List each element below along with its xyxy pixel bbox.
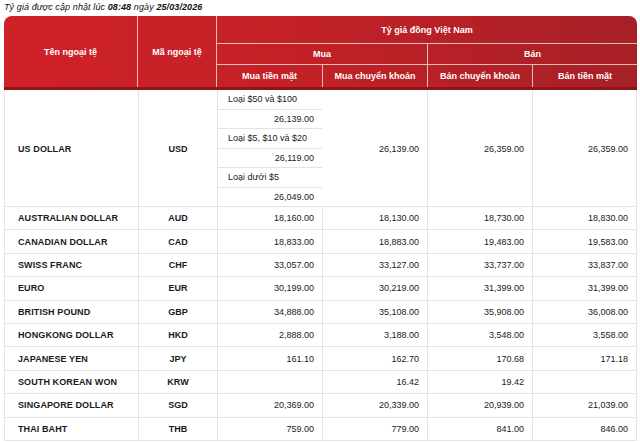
table-row: SOUTH KOREAN WON KRW 16.42 19.42 [5, 371, 636, 394]
currency-code: SGD [138, 394, 217, 416]
sell-cash-value: 36,008.00 [532, 301, 636, 323]
currency-name: JAPANESE YEN [5, 347, 138, 369]
currency-name: SINGAPORE DOLLAR [5, 394, 138, 416]
header-vnd-title: Tỷ giá đồng Việt Nam [217, 16, 637, 44]
header-sell: Bán [427, 44, 637, 64]
header-subcolumns-band: Mua tiền mặt Mua chuyển khoản Bán chuyển… [217, 65, 637, 88]
sell-cash-value: 21,039.00 [532, 394, 636, 416]
currency-name: SWISS FRANC [5, 254, 138, 276]
table-row: THAI BAHT THB 759.00 779.00 841.00 846.0… [5, 418, 636, 441]
sell-transfer-value: 3,548.00 [427, 324, 532, 346]
usd-tier-value: 26,139.00 [218, 110, 322, 130]
sell-transfer-value: 19,483.00 [427, 230, 532, 252]
buy-transfer-value: 18,130.00 [322, 207, 427, 229]
currency-code: CAD [138, 230, 217, 252]
timestamp-middle: ngày [134, 2, 154, 12]
sell-transfer-value: 31,399.00 [427, 277, 532, 299]
table-row: SWISS FRANC CHF 33,057.00 33,127.00 33,7… [5, 254, 636, 277]
table-row: BRITISH POUND GBP 34,888.00 35,108.00 35… [5, 301, 636, 324]
buy-cash-value: 18,160.00 [217, 207, 322, 229]
currency-code: HKD [138, 324, 217, 346]
header-buy-transfer: Mua chuyển khoản [322, 65, 427, 88]
header-buy-cash: Mua tiền mặt [217, 65, 322, 88]
table-row-usd: US DOLLAR USD Loại $50 và $100 26,139.00… [5, 90, 636, 207]
usd-cash-tiers: Loại $50 và $100 26,139.00 Loại $5, $10 … [217, 90, 322, 207]
sell-cash-value: 26,359.00 [532, 90, 636, 207]
sell-transfer-value: 841.00 [427, 418, 532, 440]
currency-code: AUD [138, 207, 217, 229]
buy-transfer-value: 3,188.00 [322, 324, 427, 346]
sell-cash-value: 18,830.00 [532, 207, 636, 229]
timestamp-date: 25/03/2026 [156, 2, 202, 12]
sell-cash-value: 171.18 [532, 347, 636, 369]
sell-cash-value: 3,558.00 [532, 324, 636, 346]
table-row: HONGKONG DOLLAR HKD 2,888.00 3,188.00 3,… [5, 324, 636, 347]
buy-transfer-value: 35,108.00 [322, 301, 427, 323]
currency-code: JPY [138, 347, 217, 369]
buy-cash-value: 34,888.00 [217, 301, 322, 323]
header-currency-name: Tên ngoại tệ [4, 16, 138, 88]
table-header: Tên ngoại tệ Mã ngoại tệ Tỷ giá đồng Việ… [4, 16, 637, 90]
sell-transfer-value: 26,359.00 [427, 90, 532, 207]
header-currency-code: Mã ngoại tệ [138, 16, 217, 88]
currency-name: CANADIAN DOLLAR [5, 230, 138, 252]
timestamp-time: 08:48 [108, 2, 132, 12]
currency-code: THB [138, 418, 217, 440]
buy-cash-value: 30,199.00 [217, 277, 322, 299]
buy-cash-value: 20,369.00 [217, 394, 322, 416]
buy-transfer-value: 779.00 [322, 418, 427, 440]
currency-name: SOUTH KOREAN WON [5, 371, 138, 393]
usd-tier-label: Loại $50 và $100 [218, 90, 322, 110]
sell-transfer-value: 35,908.00 [427, 301, 532, 323]
buy-transfer-value: 33,127.00 [322, 254, 427, 276]
sell-transfer-value: 170.68 [427, 347, 532, 369]
usd-tier-label: Loại $5, $10 và $20 [218, 129, 322, 149]
currency-code: CHF [138, 254, 217, 276]
buy-cash-value: 161.10 [217, 347, 322, 369]
buy-cash-value [217, 371, 322, 393]
sell-cash-value: 33,837.00 [532, 254, 636, 276]
buy-transfer-value: 16.42 [322, 371, 427, 393]
header-sell-cash: Bán tiền mặt [532, 65, 637, 88]
update-timestamp: Tỷ giá được cập nhật lúc 08:48 ngày 25/0… [4, 2, 202, 12]
sell-cash-value [532, 371, 636, 393]
buy-cash-value: 18,833.00 [217, 230, 322, 252]
usd-tier-value: 26,049.00 [218, 188, 322, 208]
currency-name: US DOLLAR [5, 90, 138, 207]
currency-code: KRW [138, 371, 217, 393]
buy-transfer-value: 30,219.00 [322, 277, 427, 299]
buy-transfer-value: 162.70 [322, 347, 427, 369]
sell-transfer-value: 19.42 [427, 371, 532, 393]
table-row: JAPANESE YEN JPY 161.10 162.70 170.68 17… [5, 347, 636, 370]
table-row: AUSTRALIAN DOLLAR AUD 18,160.00 18,130.0… [5, 207, 636, 230]
buy-transfer-value: 26,139.00 [322, 90, 427, 207]
sell-transfer-value: 18,730.00 [427, 207, 532, 229]
table-row: CANADIAN DOLLAR CAD 18,833.00 18,883.00 … [5, 230, 636, 253]
usd-tier-value: 26,119.00 [218, 149, 322, 169]
sell-transfer-value: 33,737.00 [427, 254, 532, 276]
currency-name: EURO [5, 277, 138, 299]
currency-code: USD [138, 90, 217, 207]
buy-cash-value: 33,057.00 [217, 254, 322, 276]
timestamp-prefix: Tỷ giá được cập nhật lúc [4, 2, 105, 12]
currency-name: THAI BAHT [5, 418, 138, 440]
buy-cash-value: 2,888.00 [217, 324, 322, 346]
currency-name: AUSTRALIAN DOLLAR [5, 207, 138, 229]
currency-code: GBP [138, 301, 217, 323]
header-vnd-group: Tỷ giá đồng Việt Nam Mua Bán Mua tiền mặ… [217, 16, 637, 88]
table-row: EURO EUR 30,199.00 30,219.00 31,399.00 3… [5, 277, 636, 300]
currency-name: HONGKONG DOLLAR [5, 324, 138, 346]
exchange-rate-table: Tên ngoại tệ Mã ngoại tệ Tỷ giá đồng Việ… [4, 16, 637, 441]
header-sell-transfer: Bán chuyển khoản [427, 65, 532, 88]
sell-cash-value: 19,583.00 [532, 230, 636, 252]
usd-tier-label: Loại dưới $5 [218, 168, 322, 188]
currency-code: EUR [138, 277, 217, 299]
sell-cash-value: 31,399.00 [532, 277, 636, 299]
header-buy: Mua [217, 44, 427, 64]
buy-cash-value: 759.00 [217, 418, 322, 440]
table-row: SINGAPORE DOLLAR SGD 20,369.00 20,339.00… [5, 394, 636, 417]
buy-transfer-value: 18,883.00 [322, 230, 427, 252]
sell-transfer-value: 20,939.00 [427, 394, 532, 416]
currency-name: BRITISH POUND [5, 301, 138, 323]
buy-transfer-value: 20,339.00 [322, 394, 427, 416]
